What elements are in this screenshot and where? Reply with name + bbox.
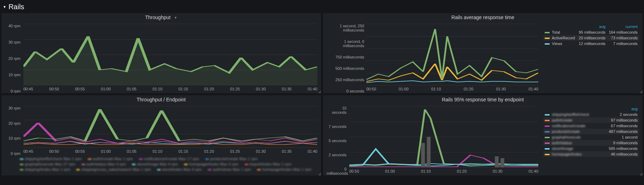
legend-avg-rt: avgcurrent Total95 milliseconds164 milli… [542, 22, 643, 93]
legend-throughput-ep: shipping/tariffs#check Max 1 rpm auth#cr… [1, 156, 321, 175]
svg-rect-1 [427, 137, 431, 167]
panel-throughput-endpoint: Throughput / Endpoint 30 rpm20 rpm10 rpm… [1, 95, 321, 175]
caret-down-icon: ▼ [174, 16, 177, 19]
plot-area[interactable] [23, 24, 317, 85]
x-axis: 00:4500:5000:5501:0001:0501:1001:1501:20… [23, 149, 317, 156]
resize-handle[interactable] [640, 173, 643, 175]
x-axis: 00:5001:0001:1001:2001:3001:40 [349, 169, 538, 175]
resize-handle[interactable] [640, 90, 643, 93]
legend-row[interactable]: auth#status9 milliseconds [543, 140, 639, 146]
y-axis: 10 seconds7 seconds5 seconds2 seconds0 m… [327, 106, 348, 175]
resize-handle[interactable] [318, 90, 321, 93]
legend-row[interactable]: auth#create97 milliseconds [543, 117, 639, 123]
panel-title-text: Throughput / Endpoint [137, 97, 186, 102]
chevron-down-icon: ▼ [3, 5, 6, 9]
legend-row[interactable]: graphql#execute1 second [543, 134, 639, 140]
plot-area[interactable] [349, 106, 538, 168]
svg-rect-3 [500, 158, 504, 167]
row-toggle[interactable]: ▼ Rails [1, 1, 643, 13]
panel-title-avg-rt[interactable]: Rails average response time [323, 13, 643, 22]
plot-area[interactable] [366, 24, 538, 85]
x-axis: 00:4500:5000:5501:0001:0501:1001:1501:20… [23, 87, 317, 93]
panel-avg-response-time: Rails average response time 1 second, 25… [323, 13, 643, 93]
legend-row[interactable]: ActiveRecord20 milliseconds73 millisecon… [543, 35, 639, 41]
legend-p95-rt: avg shipping/tariffs#check2 seconds auth… [542, 104, 643, 175]
resize-handle[interactable] [318, 173, 321, 175]
panel-title-throughput[interactable]: Throughput ▼ [1, 13, 321, 22]
panel-p95-response-time: Rails 95% response time by endpoint 10 s… [323, 95, 643, 175]
panel-title-text: Rails average response time [451, 15, 514, 20]
legend-header: avgcurrent [543, 24, 639, 29]
plot-area[interactable] [23, 106, 317, 148]
legend-row[interactable]: homepage#index46 milliseconds [543, 151, 639, 157]
row-title-label: Rails [9, 3, 24, 11]
legend-row[interactable]: store#image585 milliseconds [543, 146, 639, 151]
svg-rect-2 [495, 156, 499, 167]
legend-row[interactable]: notifications#create67 milliseconds [543, 123, 639, 129]
y-axis: 1 second, 250 milliseconds1 second, 0 mi… [327, 24, 366, 93]
legend-row[interactable]: products#create487 milliseconds [543, 129, 639, 134]
y-axis: 30 rpm20 rpm10 rpm0 rpm [5, 106, 22, 156]
panel-title-text: Rails 95% response time by endpoint [442, 97, 524, 102]
panel-throughput: Throughput ▼ 40 rpm 30 rpm 20 rpm 10 rpm… [1, 13, 321, 93]
panel-title-text: Throughput [145, 15, 171, 20]
x-axis: 00:5001:0001:1001:2001:3001:40 [366, 87, 538, 93]
panel-title-p95-rt[interactable]: Rails 95% response time by endpoint [323, 95, 643, 104]
y-axis: 40 rpm 30 rpm 20 rpm 10 rpm 0 rpm [5, 24, 22, 93]
legend-row[interactable]: shipping/tariffs#check2 seconds [543, 112, 639, 117]
svg-rect-0 [421, 143, 425, 167]
legend-header: avg [543, 106, 639, 112]
panel-title-throughput-ep[interactable]: Throughput / Endpoint [1, 95, 321, 104]
legend-row[interactable]: Views12 milliseconds7 milliseconds [543, 41, 639, 46]
legend-row[interactable]: Total95 milliseconds164 milliseconds [543, 29, 639, 35]
